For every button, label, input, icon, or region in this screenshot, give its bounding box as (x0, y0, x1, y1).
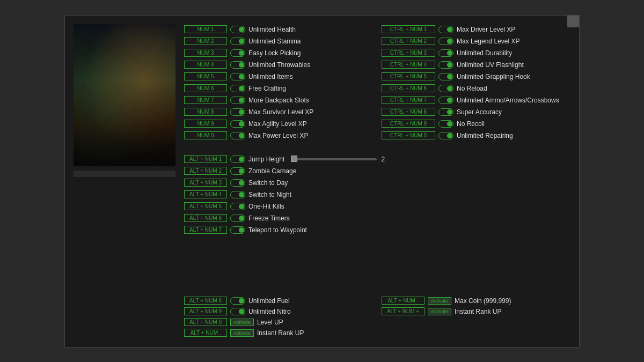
key-badge: NUM 7 (184, 96, 227, 104)
main-cheats-row: NUM 1 Unlimited Health NUM 2 Unlimited S… (184, 24, 570, 141)
key-badge: CTRL + NUM 6 (382, 84, 435, 92)
cheat-label: Unlimited Repairing (457, 132, 513, 139)
cheat-label: Max Driver Level XP (457, 26, 515, 33)
table-row: ALT + NUM 3 Switch to Day (184, 178, 570, 188)
key-badge: ALT + NUM 7 (184, 226, 227, 234)
slider-thumb[interactable] (291, 156, 297, 162)
cheat-label: Unlimited Items (248, 73, 293, 80)
slider-track[interactable] (291, 158, 377, 160)
toggle-switch[interactable] (438, 97, 453, 104)
toggle-switch[interactable] (438, 73, 453, 80)
toggle-switch[interactable] (438, 85, 453, 92)
key-badge: NUM 0 (184, 131, 227, 139)
table-row: NUM 8 Max Survivor Level XP (184, 107, 373, 117)
table-row: NUM 6 Free Crafting (184, 83, 373, 94)
toggle-switch[interactable] (230, 49, 245, 57)
toggle-switch[interactable] (230, 156, 245, 163)
cheat-label: Instant Rank UP (455, 308, 501, 315)
table-row: ALT + NUM 5 One-Hit Kills (184, 201, 570, 212)
key-badge: ALT + NUM + (382, 307, 425, 315)
table-row: CTRL + NUM 3 Unlimited Durability (382, 48, 570, 58)
key-badge: NUM 6 (184, 84, 227, 92)
table-row: NUM 4 Unlimited Throwables (184, 60, 373, 70)
table-row: CTRL + NUM 1 Max Driver Level XP (382, 24, 570, 35)
cheat-label: Switch to Day (248, 179, 288, 187)
table-row: CTRL + NUM 9 No Recoil (382, 119, 570, 129)
close-button[interactable] (567, 16, 579, 27)
toggle-switch[interactable] (230, 85, 245, 92)
cheat-label: Zombie Carnage (248, 167, 296, 175)
activate-button[interactable]: Activate (230, 319, 254, 326)
table-row: NUM 0 Max Power Level XP (184, 130, 373, 141)
cheat-label: Max Power Level XP (248, 132, 308, 139)
table-row: NUM 2 Unlimited Stamina (184, 36, 373, 47)
table-row: NUM 7 More Backpack Slots (184, 95, 373, 106)
table-row: CTRL + NUM 0 Unlimited Repairing (382, 130, 570, 141)
toggle-switch[interactable] (438, 49, 453, 57)
cheat-label: No Reload (457, 85, 487, 92)
key-badge: ALT + NUM 1 (184, 155, 227, 163)
left-panel (74, 24, 175, 338)
toggle-switch[interactable] (230, 203, 245, 210)
cheat-label: Jump Height (248, 156, 284, 163)
toggle-switch[interactable] (230, 73, 245, 80)
key-badge: NUM 2 (184, 37, 227, 45)
main-window: NUM 1 Unlimited Health NUM 2 Unlimited S… (64, 15, 580, 348)
table-row: ALT + NUM 4 Switch to Night (184, 189, 570, 200)
activate-button[interactable]: Activate (428, 297, 451, 305)
activate-button[interactable]: Activate (428, 308, 451, 315)
table-row: CTRL + NUM 5 Unlimited Grappling Hook (382, 71, 570, 82)
key-badge: CTRL + NUM 9 (382, 120, 435, 128)
key-badge: ALT + NUM 2 (184, 167, 227, 175)
key-badge: ALT + NUM 9 (184, 307, 227, 315)
cheat-label: Freeze Timers (248, 215, 290, 222)
cheat-label: More Backpack Slots (248, 97, 309, 104)
toggle-switch[interactable] (230, 215, 245, 222)
col3: ALT + NUM 1 Jump Height 2 ALT + NUM 2 Zo… (184, 154, 570, 284)
toggle-switch[interactable] (230, 120, 245, 128)
toggle-switch[interactable] (230, 308, 245, 315)
table-row: ALT + NUM 1 Jump Height 2 (184, 154, 570, 165)
toggle-switch[interactable] (230, 108, 245, 116)
key-badge: NUM 8 (184, 108, 227, 116)
cheat-label: Unlimited Grappling Hook (457, 73, 530, 80)
cheat-label: Unlimited Stamina (248, 38, 301, 45)
toggle-switch[interactable] (230, 132, 245, 139)
toggle-switch[interactable] (438, 120, 453, 128)
table-row: ALT + NUM 8 Unlimited Fuel (184, 295, 373, 306)
activate-button[interactable]: Activate (230, 329, 254, 337)
toggle-switch[interactable] (230, 226, 245, 234)
toggle-switch[interactable] (230, 26, 245, 33)
key-badge: NUM 9 (184, 120, 227, 128)
key-badge: ALT + NUM 4 (184, 190, 227, 198)
toggle-switch[interactable] (438, 61, 453, 69)
toggle-switch[interactable] (230, 61, 245, 69)
cheat-label: Easy Lock Picking (248, 49, 301, 57)
toggle-switch[interactable] (230, 38, 245, 45)
toggle-switch[interactable] (438, 26, 453, 33)
cheat-label: Unlimited Ammo/Arrows/Crossbows (457, 97, 559, 104)
table-row: CTRL + NUM 8 Super Accuracy (382, 107, 570, 117)
cheat-label: Teleport to Waypoint (248, 226, 307, 234)
hellraid-section: ALT + NUM - Activate Max Coin (999,999) … (382, 292, 570, 338)
toggle-switch[interactable] (230, 179, 245, 187)
cheat-label: Unlimited Health (248, 26, 296, 33)
key-badge: ALT + NUM 5 (184, 202, 227, 210)
cheat-label: Switch to Night (248, 191, 291, 198)
toggle-switch[interactable] (438, 108, 453, 116)
toggle-switch[interactable] (230, 297, 245, 305)
toggle-switch[interactable] (438, 38, 453, 45)
following-section: ALT + NUM 8 Unlimited Fuel ALT + NUM 9 U… (184, 292, 373, 338)
toggle-switch[interactable] (230, 97, 245, 104)
cheat-label: Unlimited Durability (457, 49, 512, 57)
toggle-switch[interactable] (230, 191, 245, 198)
cheat-label: Max Agility Level XP (248, 120, 307, 128)
table-row: ALT + NUM + Activate Instant Rank UP (382, 306, 570, 317)
bottom-section: ALT + NUM 8 Unlimited Fuel ALT + NUM 9 U… (184, 292, 570, 338)
key-badge: CTRL + NUM 4 (382, 61, 435, 69)
cheat-label: Unlimited Nitro (248, 308, 291, 315)
key-badge: CTRL + NUM 1 (382, 25, 435, 33)
right-panel: NUM 1 Unlimited Health NUM 2 Unlimited S… (184, 24, 570, 338)
toggle-switch[interactable] (438, 132, 453, 139)
toggle-switch[interactable] (230, 167, 245, 175)
